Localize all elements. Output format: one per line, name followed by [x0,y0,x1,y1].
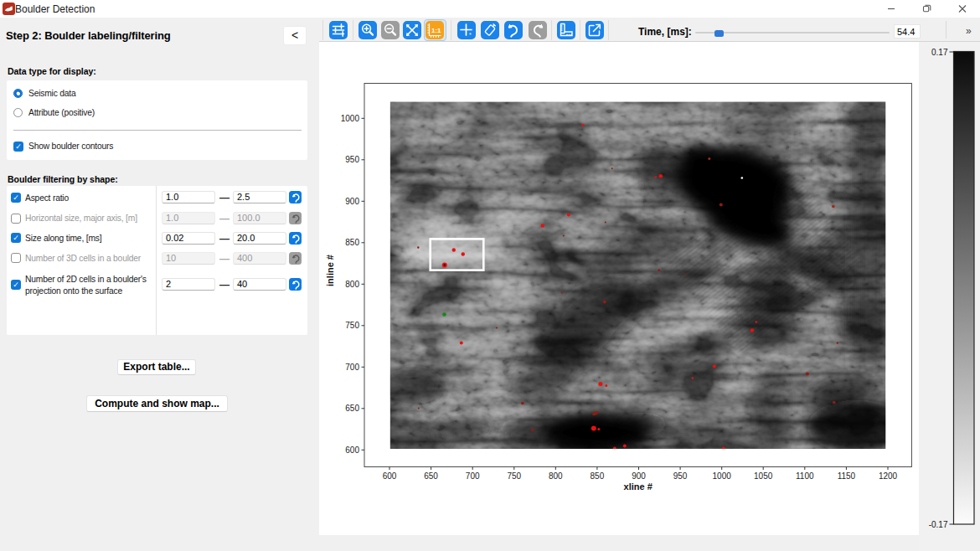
svg-text:1050: 1050 [754,471,773,481]
svg-text:950: 950 [673,471,688,481]
svg-text:600: 600 [383,471,397,481]
svg-text:700: 700 [345,363,359,372]
svg-text:1150: 1150 [838,471,856,481]
svg-text:900: 900 [632,471,646,481]
svg-text:750: 750 [507,471,521,481]
svg-text:1000: 1000 [341,114,360,123]
svg-text:900: 900 [345,197,359,206]
svg-text:1200: 1200 [879,471,898,481]
svg-text:inline #: inline # [325,255,335,286]
svg-text:850: 850 [345,238,359,247]
svg-text:1000: 1000 [713,471,732,481]
svg-text:1100: 1100 [796,471,814,481]
svg-text:950: 950 [345,155,359,164]
svg-text:*: * [469,32,472,38]
svg-text:750: 750 [345,321,359,330]
svg-text:700: 700 [466,471,480,481]
svg-text:650: 650 [345,404,359,413]
svg-text:850: 850 [591,471,605,481]
svg-text:0.17: 0.17 [931,48,948,57]
svg-text:1:1: 1:1 [431,27,441,34]
svg-text:600: 600 [345,445,359,455]
svg-text:800: 800 [345,280,359,289]
svg-text:xline #: xline # [624,481,652,492]
svg-text:-0.17: -0.17 [929,520,948,529]
svg-text:800: 800 [549,471,563,481]
svg-text:650: 650 [424,471,438,481]
